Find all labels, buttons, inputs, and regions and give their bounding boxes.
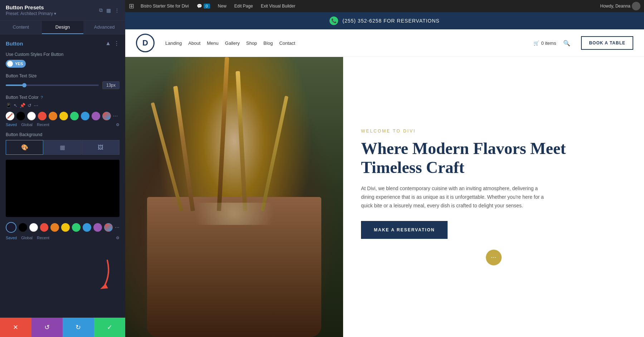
tab-content[interactable]: Content: [0, 21, 42, 34]
hero-title: Where Modern Flavors Meet Timeless Craft: [361, 139, 626, 177]
nav-link-menu[interactable]: Menu: [207, 40, 219, 46]
swatch-b-gradient[interactable]: [104, 223, 113, 232]
undo-button[interactable]: ↺: [31, 318, 63, 337]
swatch-b-black[interactable]: [19, 223, 27, 232]
swatch-gradient[interactable]: [102, 112, 111, 120]
site-logo[interactable]: D: [136, 34, 155, 52]
swatch-white[interactable]: [27, 112, 36, 120]
text-color-label: Button Text Color: [6, 95, 39, 100]
swatch-b-purple[interactable]: [93, 223, 102, 232]
collapse-icon[interactable]: ▲: [105, 40, 111, 47]
tab-advanced[interactable]: Advanced: [83, 21, 125, 34]
text-color-swatches: ···: [6, 112, 119, 120]
text-size-value[interactable]: 13px: [102, 81, 119, 89]
bg-global-label[interactable]: Global: [21, 236, 33, 240]
global-label[interactable]: Global: [21, 122, 33, 127]
nav-link-shop[interactable]: Shop: [246, 40, 257, 46]
swatch-b-white[interactable]: [29, 223, 38, 232]
search-icon[interactable]: 🔍: [563, 40, 570, 47]
admin-avatar[interactable]: [632, 2, 640, 10]
cursor-icon[interactable]: ↖: [14, 103, 18, 108]
slider-thumb[interactable]: [22, 83, 26, 87]
section-title-button: Button: [6, 40, 23, 47]
window-icon[interactable]: ⧉: [99, 7, 103, 13]
help-icon[interactable]: ?: [41, 95, 43, 100]
pin-icon[interactable]: 📌: [20, 103, 25, 108]
swatch-b-yellow[interactable]: [61, 223, 70, 232]
swatch-red[interactable]: [38, 112, 47, 120]
text-size-label: Button Text Size: [6, 73, 119, 78]
section-more-icon[interactable]: ⋮: [114, 40, 119, 47]
mobile-icon[interactable]: 📱: [6, 103, 11, 108]
book-table-button[interactable]: BOOK A TABLE: [581, 36, 633, 50]
saved-label[interactable]: Saved: [6, 122, 17, 127]
cart-icon: 🛒: [533, 40, 539, 46]
site-nav: D Landing About Menu Gallery Shop Blog C…: [125, 29, 644, 57]
swatch-purple[interactable]: [92, 112, 100, 120]
swatch-b-orange[interactable]: [50, 223, 59, 232]
nav-link-landing[interactable]: Landing: [165, 40, 182, 46]
grid-icon[interactable]: ▦: [106, 8, 111, 13]
color-saved-row: Saved Global Recent ⚙: [6, 122, 119, 127]
stick-3: [235, 71, 247, 211]
swatch-yellow[interactable]: [59, 112, 68, 120]
admin-new[interactable]: New: [215, 2, 229, 10]
swatch-orange[interactable]: [49, 112, 57, 120]
stick-2: [217, 57, 229, 211]
panel-footer: ✕ ↺ ↻ ✓: [0, 318, 125, 337]
custom-styles-toggle[interactable]: YES: [6, 60, 26, 68]
tab-design[interactable]: Design: [42, 21, 84, 34]
bg-color-swatches: ···: [6, 222, 119, 233]
bg-saved-label[interactable]: Saved: [6, 236, 17, 240]
cancel-button[interactable]: ✕: [0, 318, 31, 337]
bg-image-btn[interactable]: 🖼: [82, 140, 119, 155]
panel-header: Button Presets Preset: Architect Primary…: [0, 0, 125, 21]
save-button[interactable]: ✓: [94, 318, 126, 337]
swatch-b-red[interactable]: [40, 223, 49, 232]
recent-label[interactable]: Recent: [37, 122, 49, 127]
bg-color-btn[interactable]: 🎨: [6, 140, 43, 155]
admin-exit-builder[interactable]: Exit Visual Builder: [258, 2, 298, 10]
admin-edit-page[interactable]: Edit Page: [231, 2, 256, 10]
hero-image: [125, 57, 343, 337]
bg-settings-icon[interactable]: ⚙: [116, 236, 119, 240]
swatch-black[interactable]: [16, 112, 25, 120]
nav-cart[interactable]: 🛒 0 items: [533, 40, 556, 46]
nav-link-gallery[interactable]: Gallery: [225, 40, 240, 46]
admin-site-name[interactable]: Bistro Starter Site for Divi: [138, 2, 192, 10]
custom-styles-toggle-row: YES: [6, 60, 119, 68]
swatch-green[interactable]: [70, 112, 79, 120]
redo-button[interactable]: ↻: [63, 318, 94, 337]
hero-cta-button[interactable]: MAKE A RESERVATION: [361, 221, 448, 239]
bg-gradient-btn[interactable]: ▦: [44, 140, 81, 155]
section-header-button: Button ▲ ⋮: [6, 40, 119, 47]
bg-recent-label[interactable]: Recent: [37, 236, 49, 240]
food-visual: [125, 57, 343, 337]
wp-logo-icon[interactable]: ⊞: [129, 2, 134, 10]
hero-label: WELCOME TO DIVI: [361, 129, 626, 134]
admin-comments[interactable]: 💬 0: [194, 2, 213, 10]
rotate-icon[interactable]: ↺: [28, 103, 31, 108]
swatch-more-dots[interactable]: ···: [113, 113, 118, 119]
nav-links: Landing About Menu Gallery Shop Blog Con…: [165, 40, 526, 46]
stick-5: [260, 96, 288, 211]
color-preview-box[interactable]: [6, 160, 119, 217]
nav-link-about[interactable]: About: [188, 40, 200, 46]
options-icon[interactable]: ⋯: [34, 103, 38, 108]
nav-link-blog[interactable]: Blog: [263, 40, 273, 46]
nav-link-contact[interactable]: Contact: [279, 40, 295, 46]
settings-icon[interactable]: ⚙: [116, 122, 119, 127]
swatch-blue[interactable]: [81, 112, 89, 120]
swatch-b-blue[interactable]: [83, 223, 91, 232]
swatch-b-more-dots[interactable]: ···: [115, 224, 119, 231]
site-topbar: 📞 (255) 352-6258 FOR RESERVATIONS: [125, 12, 644, 29]
panel-subtitle[interactable]: Preset: Architect Primary ▾: [6, 11, 56, 16]
swatch-transparent[interactable]: [6, 112, 14, 120]
right-panel: ⊞ Bistro Starter Site for Divi 💬 0 New E…: [125, 0, 644, 337]
swatch-b-green[interactable]: [72, 223, 80, 232]
text-size-slider-track[interactable]: [6, 85, 99, 86]
hero-description: At Divi, we blend contemporary cuisine w…: [361, 184, 547, 210]
dots-menu-button[interactable]: ···: [486, 250, 502, 265]
more-icon[interactable]: ⋮: [114, 8, 119, 13]
swatch-bottom-active[interactable]: [6, 222, 16, 233]
